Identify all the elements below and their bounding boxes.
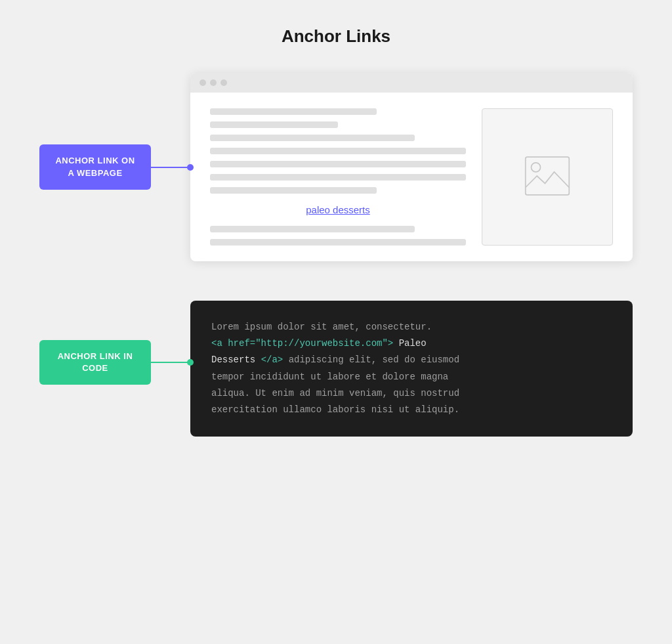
code-label: ANCHOR LINK IN CODE — [39, 340, 151, 385]
code-block: Lorem ipsum dolor sit amet, consectetur.… — [190, 301, 633, 437]
code-line-2: <a href="http://yourwebsite.com"> Paleo — [211, 335, 612, 352]
connector-dot-purple — [187, 164, 194, 171]
connector-line-green — [151, 362, 190, 363]
browser-dot-2 — [210, 79, 217, 86]
page-title: Anchor Links — [282, 26, 390, 47]
anchor-link-display[interactable]: paleo desserts — [210, 204, 466, 215]
browser-dot-1 — [200, 79, 206, 86]
section-webpage: ANCHOR LINK ON A WEBPAGE paleo desserts — [39, 73, 633, 261]
code-line-5: aliqua. Ut enim ad minim veniam, quis no… — [211, 385, 612, 402]
text-line — [210, 135, 415, 141]
image-placeholder — [482, 108, 613, 246]
svg-rect-0 — [526, 157, 570, 195]
text-line — [210, 174, 466, 181]
connector-line-purple — [151, 167, 190, 168]
code-line-1: Lorem ipsum dolor sit amet, consectetur. — [211, 319, 612, 335]
image-icon — [524, 153, 570, 202]
svg-point-1 — [532, 162, 541, 171]
browser-dot-3 — [220, 79, 227, 86]
text-line — [210, 187, 377, 194]
text-line — [210, 121, 338, 128]
code-line-3: Desserts </a> adipiscing elit, sed do ei… — [211, 352, 612, 368]
browser-text-column: paleo desserts — [210, 108, 466, 246]
text-line — [210, 239, 466, 246]
browser-mockup: paleo desserts — [190, 73, 633, 261]
section-code: ANCHOR LINK IN CODE Lorem ipsum dolor si… — [39, 301, 633, 437]
code-line-6: exercitation ullamco laboris nisi ut ali… — [211, 402, 612, 418]
code-line-4: tempor incididunt ut labore et dolore ma… — [211, 369, 612, 385]
text-line — [210, 226, 415, 232]
browser-bar — [190, 73, 633, 93]
text-line — [210, 108, 377, 115]
browser-content: paleo desserts — [190, 93, 633, 261]
text-line — [210, 161, 466, 167]
text-line — [210, 148, 466, 154]
webpage-label: ANCHOR LINK ON A WEBPAGE — [39, 144, 151, 189]
